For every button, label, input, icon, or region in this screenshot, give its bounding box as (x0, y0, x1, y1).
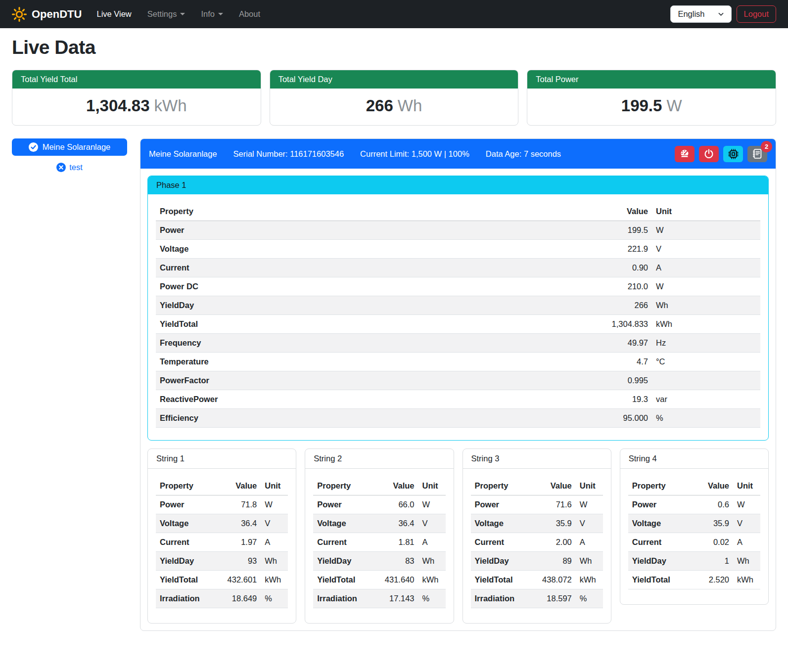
column-header-unit: Unit (418, 477, 446, 495)
value-cell: 1.81 (372, 533, 418, 552)
content-row: Meine Solaranlage test Meine Solaranlage… (12, 138, 776, 631)
table-row: Current0.02A (628, 533, 760, 552)
unit-cell: W (652, 221, 760, 240)
property-cell: Power (313, 495, 372, 514)
language-select[interactable]: English (670, 5, 731, 23)
value-cell: 1.97 (215, 533, 261, 552)
nav-item-about[interactable]: About (239, 9, 260, 19)
property-cell: Current (313, 533, 372, 552)
unit-cell: W (733, 495, 760, 514)
inverter-panel-header: Meine Solaranlage Serial Number: 1161716… (140, 139, 776, 169)
property-cell: YieldDay (156, 296, 453, 315)
unit-cell: V (652, 240, 760, 259)
brand[interactable]: OpenDTU (12, 7, 82, 22)
unit-cell: kWh (418, 571, 446, 589)
power-toggle-button[interactable] (699, 146, 719, 162)
property-cell: Efficiency (156, 409, 453, 428)
string-table: Property Value Unit Power71.8W Voltage36… (156, 477, 288, 608)
value-cell: 35.9 (693, 514, 734, 533)
value-cell: 93 (215, 552, 261, 571)
table-row: PowerFactor0.995 (156, 371, 760, 390)
unit-cell: A (652, 259, 760, 277)
card-value: 266 (366, 96, 393, 115)
value-cell: 221.9 (453, 240, 652, 259)
value-cell: 0.6 (693, 495, 734, 514)
table-row: Power71.6W (471, 495, 603, 514)
table-header-row: Property Value Unit (628, 477, 760, 495)
value-cell: 0.90 (453, 259, 652, 277)
value-cell: 438.072 (530, 571, 576, 589)
data-age: Data Age: 7 seconds (486, 149, 561, 159)
value-cell: 0.995 (453, 371, 652, 390)
cpu-icon (728, 148, 739, 160)
property-cell: YieldTotal (471, 571, 530, 589)
property-cell: Current (628, 533, 693, 552)
inverter-name-label: Meine Solaranlage (43, 142, 111, 152)
property-cell: Current (156, 259, 453, 277)
card-title: Total Yield Total (12, 70, 261, 89)
unit-cell: W (261, 495, 288, 514)
table-header-row: Property Value Unit (313, 477, 445, 495)
table-row: Irradiation18.597% (471, 589, 603, 608)
string-card-1: String 1 Property Value Unit (147, 448, 296, 624)
value-cell: 71.6 (530, 495, 576, 514)
unit-cell: % (418, 589, 446, 608)
page-container: Live Data Total Yield Total 1,304.83kWh … (0, 37, 788, 636)
unit-cell: kWh (652, 315, 760, 334)
property-cell: Current (156, 533, 215, 552)
value-cell: 17.143 (372, 589, 418, 608)
inverter-list: Meine Solaranlage test (12, 138, 127, 172)
nav-item-info[interactable]: Info (201, 9, 223, 19)
card-unit: Wh (398, 96, 422, 115)
property-cell: Voltage (471, 514, 530, 533)
property-cell: Voltage (156, 514, 215, 533)
string-card-2: String 2 Property Value Unit (305, 448, 454, 624)
column-header-value: Value (693, 477, 734, 495)
value-cell: 95.000 (453, 409, 652, 428)
unit-cell: Wh (418, 552, 446, 571)
table-row: YieldDay266Wh (156, 296, 760, 315)
value-cell: 89 (530, 552, 576, 571)
event-log-button[interactable]: 2 (747, 146, 767, 162)
unit-cell: W (652, 277, 760, 296)
unit-cell: kWh (733, 571, 760, 589)
table-row: YieldDay93Wh (156, 552, 288, 571)
table-row: Current1.97A (156, 533, 288, 552)
table-row: Efficiency95.000% (156, 409, 760, 428)
phase-card: Phase 1 Property Value Unit (147, 176, 769, 441)
table-row: Voltage221.9V (156, 240, 760, 259)
column-header-property: Property (156, 202, 453, 221)
unit-cell: W (418, 495, 446, 514)
check-circle-icon (29, 142, 38, 152)
table-row: Irradiation18.649% (156, 589, 288, 608)
property-cell: YieldTotal (313, 571, 372, 589)
column-header-value: Value (372, 477, 418, 495)
limit-settings-button[interactable] (675, 146, 695, 162)
table-row: YieldDay89Wh (471, 552, 603, 571)
device-info-button[interactable] (723, 146, 743, 162)
inverter-list-item-selected[interactable]: Meine Solaranlage (12, 138, 127, 156)
summary-row: Total Yield Total 1,304.83kWh Total Yiel… (12, 70, 776, 126)
unit-cell: A (418, 533, 446, 552)
inverter-actions: 2 (675, 146, 767, 162)
nav-item-settings[interactable]: Settings (147, 9, 185, 19)
string-card-3: String 3 Property Value Unit (463, 448, 611, 624)
property-cell: Voltage (156, 240, 453, 259)
logout-button[interactable]: Logout (737, 5, 776, 23)
unit-cell: Wh (261, 552, 288, 571)
property-cell: ReactivePower (156, 390, 453, 409)
serial-number: Serial Number: 116171603546 (233, 149, 344, 159)
inverter-list-item-test[interactable]: test (12, 163, 127, 172)
string-table: Property Value Unit Power66.0W Voltage36… (313, 477, 445, 608)
nav-item-live-view[interactable]: Live View (96, 9, 131, 19)
caret-down-icon (218, 13, 223, 15)
card-unit: kWh (154, 96, 187, 115)
summary-card-total-yield-day: Total Yield Day 266Wh (270, 70, 519, 126)
value-cell: 0.02 (693, 533, 734, 552)
column-header-value: Value (215, 477, 261, 495)
table-header-row: Property Value Unit (156, 202, 760, 221)
value-cell: 36.4 (215, 514, 261, 533)
navbar: OpenDTU Live View Settings Info About En… (0, 0, 788, 28)
value-cell: 18.597 (530, 589, 576, 608)
property-cell: Power (156, 495, 215, 514)
